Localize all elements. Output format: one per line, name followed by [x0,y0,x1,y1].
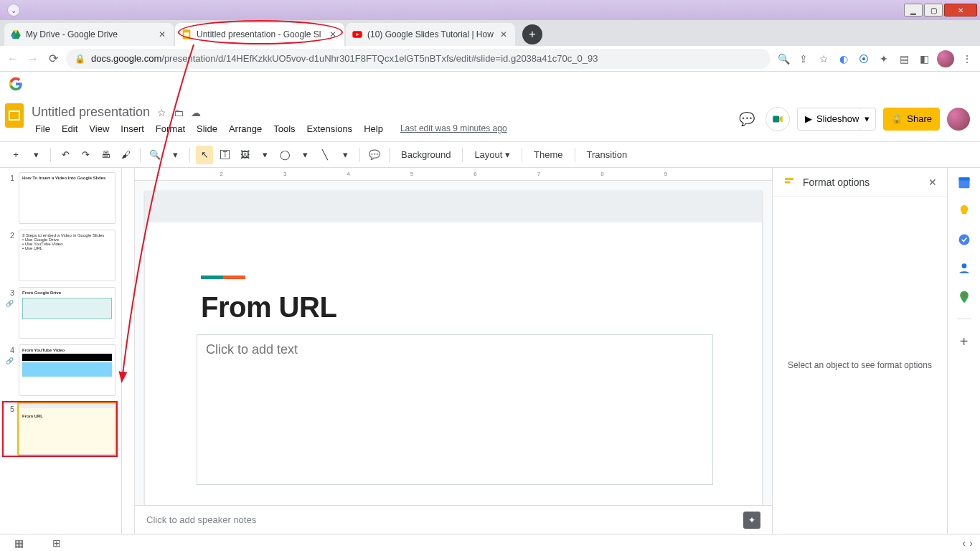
new-slide-button[interactable]: + [7,146,24,164]
undo-button[interactable]: ↶ [57,146,74,164]
last-edit-text[interactable]: Last edit was 9 minutes ago [395,122,512,135]
thumb-row-4[interactable]: 4🔗 From YouTube Video [4,344,116,396]
layout-button[interactable]: Layout ▾ [468,149,516,160]
notes-placeholder: Click to add speaker notes [146,514,256,525]
document-title[interactable]: Untitled presentation [32,105,150,120]
contacts-icon[interactable] [957,261,971,276]
thumb-row-2[interactable]: 2 3 Steps to embed a Video in Google Sli… [4,230,116,281]
google-shortcut-icon[interactable] [9,77,23,91]
explore-button[interactable]: ✦ [743,512,760,529]
thumb-row-1[interactable]: 1 How To Insert a Video Into Google Slid… [4,172,116,224]
maximize-button[interactable]: ▢ [924,4,943,17]
close-window-button[interactable]: ✕ [944,4,977,17]
tasks-icon[interactable] [957,232,971,247]
select-tool-button[interactable]: ↖ [196,146,213,164]
minimize-button[interactable]: ▁ [904,4,923,17]
extension-cast-icon[interactable]: ⦿ [857,52,871,66]
menu-tools[interactable]: Tools [268,122,300,136]
slide-thumbnail[interactable]: 3 Steps to embed a Video in Google Slide… [19,230,116,281]
extension-icon[interactable]: ◐ [837,52,851,66]
print-button[interactable]: 🖶 [97,146,114,164]
transition-button[interactable]: Transition [581,149,633,160]
shape-button[interactable]: ◯ [276,146,293,164]
window-menu-icon[interactable]: ⌄ [7,4,20,17]
close-tab-icon[interactable]: ✕ [156,29,168,40]
zoom-button[interactable]: 🔍 [146,146,164,164]
forward-button[interactable]: → [26,52,40,66]
menu-file[interactable]: File [30,122,55,136]
image-dropdown[interactable]: ▾ [256,146,273,164]
comment-button[interactable]: 💬 [366,146,383,164]
slide-title-text[interactable]: From URL [201,291,336,324]
share-page-icon[interactable]: ⇪ [796,52,811,66]
browser-tab-drive[interactable]: My Drive - Google Drive ✕ [4,23,174,46]
extensions-puzzle-icon[interactable]: ✦ [877,52,891,66]
reload-button[interactable]: ⟳ [46,52,60,66]
line-button[interactable]: ╲ [316,146,334,164]
slide-thumbnail[interactable]: From YouTube Video [19,344,116,396]
share-button[interactable]: 🔒Share [883,108,940,131]
menu-arrange[interactable]: Arrange [224,122,267,136]
show-side-panel-icon[interactable]: › [969,537,973,549]
menu-edit[interactable]: Edit [57,122,83,136]
menu-format[interactable]: Format [151,122,190,136]
background-button[interactable]: Background [395,149,456,160]
paint-format-button[interactable]: 🖌 [117,146,134,164]
account-avatar[interactable] [947,108,970,131]
slide-thumbnail[interactable]: From Google Drive [19,287,116,339]
browser-tab-slides[interactable]: Untitled presentation - Google Sl ✕ [175,23,344,46]
menu-slide[interactable]: Slide [192,122,222,136]
comments-icon[interactable]: 💬 [735,108,758,131]
menu-view[interactable]: View [84,122,114,136]
image-button[interactable]: 🖼 [236,146,253,164]
line-dropdown[interactable]: ▾ [336,146,354,164]
zoom-dropdown[interactable]: ▾ [166,146,184,164]
new-slide-dropdown[interactable]: ▾ [27,146,44,164]
app-header: Untitled presentation ☆ 🗀 ☁ File Edit Vi… [0,96,980,142]
browser-tab-youtube[interactable]: (10) Google Slides Tutorial | How ✕ [346,23,515,46]
profile-avatar[interactable] [937,50,954,67]
slide-filmstrip: 1 How To Insert a Video Into Google Slid… [0,168,122,534]
redo-button[interactable]: ↷ [77,146,94,164]
chrome-menu-icon[interactable]: ⋮ [960,52,974,66]
zoom-icon[interactable]: 🔍 [776,52,791,66]
side-panel-icon[interactable]: ◧ [917,52,931,66]
menu-help[interactable]: Help [359,122,388,136]
menu-insert[interactable]: Insert [116,122,149,136]
filmstrip-view-icon[interactable]: ▦ [14,537,24,549]
close-tab-icon[interactable]: ✕ [327,29,339,40]
keep-icon[interactable] [957,204,971,218]
shape-dropdown[interactable]: ▾ [296,146,314,164]
grid-view-icon[interactable]: ⊞ [52,537,61,549]
thumb-row-3[interactable]: 3🔗 From Google Drive [4,287,116,339]
speaker-notes[interactable]: Click to add speaker notes ✦ [135,505,772,534]
meet-icon[interactable] [765,107,790,131]
slide-canvas-area[interactable]: From URL Click to add text [135,181,772,505]
textbox-button[interactable]: 🅃 [216,146,233,164]
bookmark-star-icon[interactable]: ☆ [816,52,831,66]
slide-thumbnail[interactable]: How To Insert a Video Into Google Slides [19,172,116,224]
slideshow-button[interactable]: ▶Slideshow [797,108,867,131]
move-icon[interactable]: 🗀 [174,107,184,118]
svg-rect-7 [773,116,779,122]
add-addon-icon[interactable]: + [960,334,969,350]
menu-extensions[interactable]: Extensions [302,122,358,136]
calendar-icon[interactable] [957,175,971,189]
close-tab-icon[interactable]: ✕ [498,29,509,40]
theme-button[interactable]: Theme [528,149,568,160]
star-icon[interactable]: ☆ [157,107,166,118]
slideshow-dropdown[interactable]: ▾ [859,108,876,131]
slide-thumbnail-selected[interactable]: From URL [19,403,116,455]
maps-icon[interactable] [957,290,971,304]
back-button[interactable]: ← [6,52,20,66]
cloud-status-icon[interactable]: ☁ [191,107,201,118]
new-tab-button[interactable]: + [522,24,542,44]
reading-list-icon[interactable]: ▤ [897,52,911,66]
address-bar[interactable]: 🔒 docs.google.com/presentation/d/14HEfKz… [66,49,771,69]
slide-body-placeholder[interactable]: Click to add text [197,334,713,485]
thumb-row-5[interactable]: 5 From URL [3,402,117,456]
slide-canvas[interactable]: From URL Click to add text [145,191,762,505]
close-panel-icon[interactable]: ✕ [928,176,937,188]
slides-logo[interactable] [0,96,29,141]
collapse-filmstrip-icon[interactable]: ‹ [962,537,966,549]
